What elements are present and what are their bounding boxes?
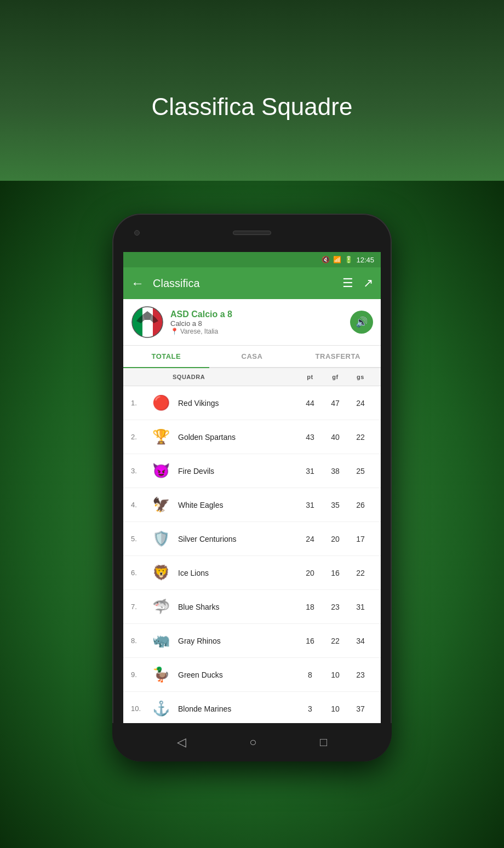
battery-icon: 🔋 (345, 256, 353, 263)
status-bar: 🔇 📶 🔋 12:45 (123, 252, 381, 267)
team-gf: 35 (323, 501, 348, 509)
tabs: TOTALE CASA TRASFERTA (123, 346, 381, 368)
app-bar-actions: ☰ ↗ (342, 276, 373, 290)
rank-cell: 8. (131, 637, 144, 645)
phone-bottom-bar: ◁ ○ □ (112, 723, 392, 761)
audio-icon: 🔊 (356, 316, 368, 328)
team-name: Golden Spartans (178, 433, 297, 442)
team-pt: 24 (297, 535, 323, 543)
rank-cell: 1. (131, 399, 144, 407)
table-row[interactable]: 7. 🦈 Blue Sharks 18 23 31 (123, 590, 381, 624)
table-row[interactable]: 10. ⚓ Blonde Marines 3 10 37 (123, 692, 381, 723)
club-logo (131, 306, 164, 339)
background-top: Classifica Squadre (0, 0, 504, 181)
rank-cell: 7. (131, 603, 144, 611)
team-name: Green Ducks (178, 671, 297, 679)
team-name: White Eagles (178, 501, 297, 509)
table-row[interactable]: 2. 🏆 Golden Spartans 43 40 22 (123, 420, 381, 454)
rank-cell: 6. (131, 569, 144, 577)
phone-camera (134, 230, 140, 236)
team-gs: 24 (348, 399, 373, 408)
team-name: Red Vikings (178, 399, 297, 408)
team-pt: 44 (297, 399, 323, 408)
home-nav-button[interactable]: ○ (249, 735, 256, 749)
team-gs: 17 (348, 535, 373, 543)
list-icon[interactable]: ☰ (342, 276, 353, 290)
team-gs: 34 (348, 637, 373, 645)
audio-button[interactable]: 🔊 (350, 311, 373, 334)
team-pt: 3 (297, 704, 323, 713)
team-gs: 37 (348, 704, 373, 713)
team-pt: 18 (297, 603, 323, 611)
club-location: 📍 Varese, Italia (170, 328, 350, 335)
rank-cell: 9. (131, 671, 144, 679)
team-name: Silver Centurions (178, 535, 297, 543)
team-name: Blonde Marines (178, 704, 297, 713)
table-row[interactable]: 9. 🦆 Green Ducks 8 10 23 (123, 658, 381, 692)
back-button[interactable]: ← (131, 276, 144, 291)
phone-speaker (233, 231, 271, 235)
club-type: Calcio a 8 (170, 319, 350, 328)
table-row[interactable]: 6. 🦁 Ice Lions 20 16 22 (123, 556, 381, 590)
pt-header: pt (297, 374, 323, 380)
table-row[interactable]: 8. 🦏 Gray Rhinos 16 22 34 (123, 624, 381, 658)
back-nav-button[interactable]: ◁ (177, 735, 186, 749)
team-pt: 31 (297, 501, 323, 509)
rank-cell: 4. (131, 501, 144, 509)
phone-top-bar (112, 214, 392, 252)
table-row[interactable]: 5. 🛡️ Silver Centurions 24 20 17 (123, 522, 381, 556)
team-gf: 10 (323, 671, 348, 679)
team-pt: 16 (297, 637, 323, 645)
rank-cell: 3. (131, 467, 144, 475)
team-logo: 😈 (150, 460, 173, 483)
share-icon[interactable]: ↗ (363, 276, 373, 290)
recent-nav-button[interactable]: □ (320, 735, 327, 749)
team-name: Gray Rhinos (178, 637, 297, 645)
team-gf: 38 (323, 467, 348, 475)
team-gf: 20 (323, 535, 348, 543)
team-logo: 🦁 (150, 561, 173, 585)
phone-frame: 🔇 📶 🔋 12:45 ← Classifica ☰ ↗ (112, 214, 392, 761)
signal-icon: 📶 (333, 256, 341, 263)
team-gf: 10 (323, 704, 348, 713)
team-pt: 43 (297, 433, 323, 442)
team-logo: 🛡️ (150, 528, 173, 551)
team-name: Ice Lions (178, 569, 297, 577)
team-gs: 25 (348, 467, 373, 475)
rank-cell: 5. (131, 535, 144, 543)
gs-header: gs (348, 374, 373, 380)
club-name: ASD Calcio a 8 (170, 310, 350, 319)
team-gs: 22 (348, 433, 373, 442)
table-body: 1. 🔴 Red Vikings 44 47 24 2. 🏆 Golden Sp… (123, 386, 381, 723)
tab-casa[interactable]: CASA (209, 346, 295, 367)
tab-totale[interactable]: TOTALE (123, 346, 209, 367)
location-pin-icon: 📍 (170, 328, 179, 335)
team-logo: 🦅 (150, 494, 173, 517)
team-pt: 31 (297, 467, 323, 475)
status-time: 12:45 (356, 256, 374, 264)
team-logo: 🏆 (150, 426, 173, 449)
phone-sensor (364, 230, 370, 236)
team-logo: 🦆 (150, 663, 173, 686)
team-gf: 16 (323, 569, 348, 577)
table-row[interactable]: 4. 🦅 White Eagles 31 35 26 (123, 488, 381, 522)
tab-trasferta[interactable]: TRASFERTA (295, 346, 381, 367)
club-info: ASD Calcio a 8 Calcio a 8 📍 Varese, Ital… (123, 299, 381, 346)
team-gs: 22 (348, 569, 373, 577)
table-row[interactable]: 1. 🔴 Red Vikings 44 47 24 (123, 386, 381, 420)
table-row[interactable]: 3. 😈 Fire Devils 31 38 25 (123, 454, 381, 488)
team-pt: 20 (297, 569, 323, 577)
team-logo: 🔴 (150, 392, 173, 415)
team-logo: ⚓ (150, 697, 173, 720)
rank-cell: 10. (131, 704, 144, 713)
page-title: Classifica Squadre (152, 93, 353, 121)
team-gs: 23 (348, 671, 373, 679)
team-name: Blue Sharks (178, 603, 297, 611)
squadra-header: SQUADRA (173, 374, 297, 380)
club-details: ASD Calcio a 8 Calcio a 8 📍 Varese, Ital… (170, 310, 350, 335)
team-logo: 🦈 (150, 595, 173, 618)
rank-cell: 2. (131, 433, 144, 441)
app-bar-title: Classifica (153, 277, 342, 290)
team-logo: 🦏 (150, 629, 173, 652)
phone-screen: 🔇 📶 🔋 12:45 ← Classifica ☰ ↗ (123, 252, 381, 723)
